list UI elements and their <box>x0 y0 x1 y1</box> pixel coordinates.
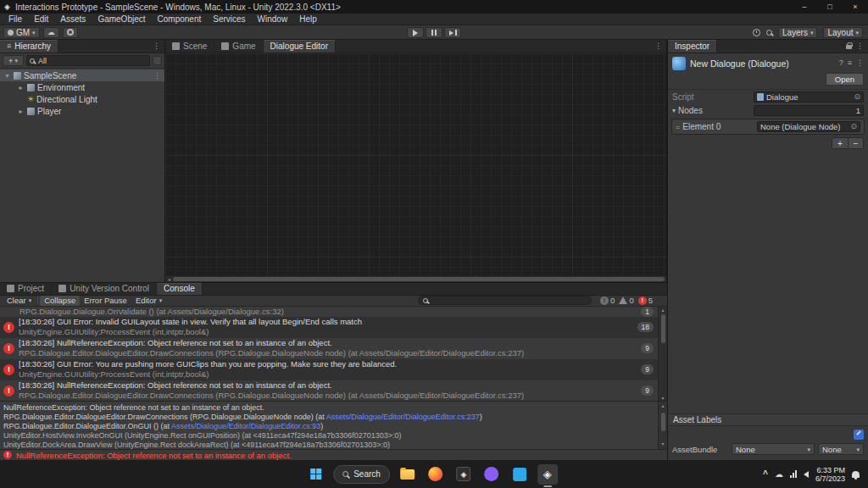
menu-gameobject[interactable]: GameObject <box>92 14 151 24</box>
menu-services[interactable]: Services <box>207 14 251 24</box>
console-detail-pane[interactable]: NullReferenceException: Object reference… <box>0 401 667 449</box>
log-entry[interactable]: RPG.Dialogue.Dialogue.OnValidate () (at … <box>0 307 667 317</box>
object-picker-icon[interactable]: ⊙ <box>850 123 857 130</box>
network-icon[interactable] <box>790 470 797 478</box>
horizontal-scrollbar[interactable]: ◂ <box>165 275 666 282</box>
preset-icon[interactable]: ≡ <box>848 58 852 67</box>
scrollbar-thumb[interactable] <box>661 314 665 343</box>
log-entry[interactable]: ! [18:30:26] NullReferenceException: Obj… <box>0 338 667 359</box>
object-picker-icon[interactable]: ⊙ <box>854 93 860 101</box>
help-icon[interactable]: ? <box>839 58 843 67</box>
taskbar-search[interactable]: Search <box>333 465 390 484</box>
open-button[interactable]: Open <box>826 73 864 86</box>
step-button[interactable] <box>444 27 461 38</box>
menu-assets[interactable]: Assets <box>54 14 92 24</box>
warning-count[interactable]: 0 <box>619 296 633 305</box>
close-button[interactable]: × <box>843 0 868 14</box>
nodes-size-field[interactable]: 1 <box>754 105 864 116</box>
error-count[interactable]: ! 5 <box>638 296 653 305</box>
maximize-button[interactable]: □ <box>817 0 843 14</box>
tab-console[interactable]: Console <box>157 283 203 295</box>
element-object-field[interactable]: None (Dialogue Node) ⊙ <box>757 121 860 132</box>
scrollbar-thumb[interactable] <box>661 413 665 431</box>
undo-history-icon[interactable] <box>753 29 760 36</box>
console-status-bar[interactable]: ! NullReferenceException: Object referen… <box>0 449 667 460</box>
tab-dialogue-editor[interactable]: Dialogue Editor <box>264 40 336 53</box>
scroll-left-icon[interactable]: ◂ <box>165 276 173 282</box>
foldout-closed-icon[interactable]: ▸ <box>17 84 25 92</box>
menu-file[interactable]: File <box>3 14 28 24</box>
scroll-down-icon[interactable]: ▾ <box>661 440 664 449</box>
scroll-up-icon[interactable]: ▴ <box>661 402 664 411</box>
scene-picker-icon[interactable] <box>153 56 162 65</box>
asset-labels-header[interactable]: Asset Labels <box>668 413 868 426</box>
tab-game[interactable]: Game <box>214 40 263 53</box>
drag-handle-icon[interactable]: = <box>676 123 680 131</box>
github-desktop-button[interactable] <box>481 464 502 485</box>
layout-dropdown[interactable]: Layout ▾ <box>823 27 863 38</box>
taskbar-clock[interactable]: 6:33 PM 6/7/2023 <box>815 466 845 483</box>
add-element-button[interactable]: + <box>832 138 848 148</box>
volume-icon[interactable] <box>804 471 809 478</box>
minimize-button[interactable]: – <box>792 0 817 14</box>
tab-scene[interactable]: Scene <box>165 40 214 53</box>
hidden-icons-chevron[interactable]: ^ <box>763 469 768 479</box>
unity-editor-button[interactable]: ◈ <box>537 464 558 485</box>
scrollbar-thumb[interactable] <box>173 277 665 281</box>
collapse-toggle[interactable]: Collapse <box>40 296 80 306</box>
panel-menu-icon[interactable]: ⋮ <box>654 42 662 50</box>
tree-row-samplescene[interactable]: ▾ SampleScene ⋮ <box>0 69 164 81</box>
file-explorer-button[interactable] <box>398 464 418 485</box>
label-edit-icon[interactable] <box>854 430 864 440</box>
context-menu-icon[interactable]: ⋮ <box>856 59 864 67</box>
menu-help[interactable]: Help <box>293 14 323 24</box>
onedrive-icon[interactable]: ☁ <box>775 470 783 479</box>
tab-hierarchy[interactable]: ≡ Hierarchy <box>0 40 58 53</box>
settings-button[interactable] <box>63 27 78 38</box>
vscode-button[interactable] <box>509 464 530 485</box>
vertical-scrollbar[interactable]: ▴ ▾ <box>658 307 667 401</box>
panel-menu-icon[interactable]: ⋮ <box>153 42 160 50</box>
add-gameobject-button[interactable]: + ▾ <box>3 55 24 66</box>
log-entry[interactable]: ! [18:30:26] NullReferenceException: Obj… <box>0 380 667 401</box>
error-pause-toggle[interactable]: Error Pause <box>80 296 131 306</box>
row-menu-icon[interactable]: ⋮ <box>153 72 161 80</box>
dialogue-editor-canvas[interactable] <box>165 53 666 275</box>
unity-hub-button[interactable]: ◈ <box>453 464 474 485</box>
menu-edit[interactable]: Edit <box>28 14 54 24</box>
console-search-input[interactable] <box>418 296 592 305</box>
account-dropdown[interactable]: GM ▾ <box>3 27 40 38</box>
firefox-button[interactable] <box>426 464 446 485</box>
stacktrace-link[interactable]: Assets/Dialogue/Editor/DialogueEditor.cs… <box>326 413 480 421</box>
scroll-down-icon[interactable]: ▾ <box>661 395 664 401</box>
foldout-open-icon[interactable]: ▾ <box>3 72 11 80</box>
panel-menu-icon[interactable]: ⋮ <box>856 42 864 50</box>
search-icon[interactable] <box>766 30 772 36</box>
assetbundle-variant-dropdown[interactable]: None ▾ <box>818 443 864 455</box>
cloud-services-button[interactable]: ☁ <box>43 27 59 38</box>
pause-button[interactable] <box>426 27 442 38</box>
hierarchy-search-input[interactable]: All <box>26 55 150 66</box>
stacktrace-link[interactable]: Assets/Dialogue/Editor/DialogueEditor.cs… <box>171 422 320 430</box>
array-element-row[interactable]: = Element 0 None (Dialogue Node) ⊙ <box>671 119 865 135</box>
menu-component[interactable]: Component <box>152 14 208 24</box>
clear-button[interactable]: Clear ▾ <box>3 296 36 306</box>
start-button[interactable] <box>305 464 326 485</box>
foldout-open-icon[interactable]: ▾ <box>672 107 676 114</box>
layers-dropdown[interactable]: Layers ▾ <box>778 27 818 38</box>
nodes-property-row[interactable]: ▾ Nodes 1 <box>668 104 868 117</box>
menu-window[interactable]: Window <box>252 14 294 24</box>
tree-row-player[interactable]: ▸ Player <box>0 105 164 117</box>
scroll-up-icon[interactable]: ▴ <box>661 307 664 313</box>
assetbundle-dropdown[interactable]: None ▾ <box>732 443 815 455</box>
tree-row-directional-light[interactable]: ☀ Directional Light <box>0 93 164 105</box>
play-button[interactable] <box>407 27 424 38</box>
editor-dropdown[interactable]: Editor ▾ <box>131 296 166 306</box>
log-entry[interactable]: ! [18:30:26] GUI Error: You are pushing … <box>0 359 667 380</box>
script-field[interactable]: Dialogue ⊙ <box>754 92 864 103</box>
tab-unity-version-control[interactable]: Unity Version Control <box>52 283 157 295</box>
lock-icon[interactable] <box>846 45 852 49</box>
notifications-icon[interactable] <box>852 471 860 478</box>
vertical-scrollbar[interactable]: ▴ ▾ <box>658 402 667 449</box>
foldout-closed-icon[interactable]: ▸ <box>17 108 25 115</box>
